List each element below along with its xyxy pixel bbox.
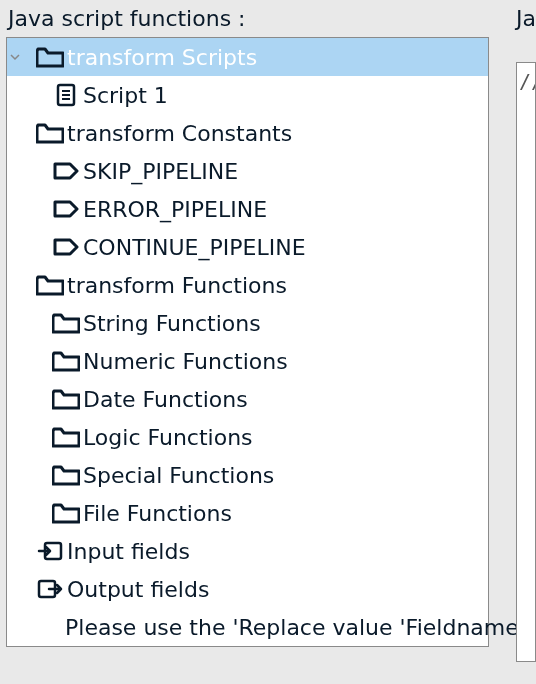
- folder-icon: [51, 350, 81, 372]
- tree-item-string-functions[interactable]: String Functions: [7, 304, 488, 342]
- folder-icon: [35, 46, 65, 68]
- tree-item-numeric-functions[interactable]: Numeric Functions: [7, 342, 488, 380]
- input-icon: [35, 539, 65, 563]
- tree-item-script-1[interactable]: Script 1: [7, 76, 488, 114]
- tree-item-label: Script 1: [81, 83, 168, 108]
- chevron-down-icon[interactable]: [9, 52, 21, 62]
- editor-line: //: [519, 67, 535, 96]
- tree-item-special-functions[interactable]: Special Functions: [7, 456, 488, 494]
- tree-item-label: Special Functions: [81, 463, 274, 488]
- tree-item-label: SKIP_PIPELINE: [81, 159, 238, 184]
- panel-title: Java script functions :: [8, 6, 536, 31]
- folder-icon: [51, 464, 81, 486]
- tree-item-label: File Functions: [81, 501, 232, 526]
- tree-item-transform-functions[interactable]: transform Functions: [7, 266, 488, 304]
- tree-item-label: transform Scripts: [65, 45, 257, 70]
- tree-item-label: CONTINUE_PIPELINE: [81, 235, 306, 260]
- tree-item-error-pipeline[interactable]: ERROR_PIPELINE: [7, 190, 488, 228]
- folder-icon: [51, 388, 81, 410]
- second-panel-title: Ja: [516, 6, 536, 31]
- tree-item-transform-scripts[interactable]: transform Scripts: [7, 38, 488, 76]
- tree-item-label: Date Functions: [81, 387, 248, 412]
- tree-item-label: Logic Functions: [81, 425, 253, 450]
- tree-item-label: String Functions: [81, 311, 261, 336]
- tree-item-transform-constants[interactable]: transform Constants: [7, 114, 488, 152]
- tree-item-input-fields[interactable]: Input fields: [7, 532, 488, 570]
- folder-icon: [51, 502, 81, 524]
- tree-item-file-functions[interactable]: File Functions: [7, 494, 488, 532]
- functions-tree: transform Scripts Script 1: [6, 37, 489, 647]
- tag-icon: [51, 237, 81, 257]
- tree-item-date-functions[interactable]: Date Functions: [7, 380, 488, 418]
- folder-icon: [51, 312, 81, 334]
- tree-item-label: Numeric Functions: [81, 349, 288, 374]
- folder-icon: [35, 274, 65, 296]
- tree-item-logic-functions[interactable]: Logic Functions: [7, 418, 488, 456]
- script-icon: [51, 83, 81, 107]
- tag-icon: [51, 161, 81, 181]
- folder-icon: [35, 122, 65, 144]
- output-icon: [35, 577, 65, 601]
- tree-item-skip-pipeline[interactable]: SKIP_PIPELINE: [7, 152, 488, 190]
- tree-item-output-fields[interactable]: Output fields: [7, 570, 488, 608]
- tree-item-label: ERROR_PIPELINE: [81, 197, 267, 222]
- tree-item-continue-pipeline[interactable]: CONTINUE_PIPELINE: [7, 228, 488, 266]
- tree-item-label: transform Constants: [65, 121, 292, 146]
- folder-icon: [51, 426, 81, 448]
- script-editor[interactable]: //: [516, 62, 536, 662]
- tree-item-label: transform Functions: [65, 273, 287, 298]
- tag-icon: [51, 199, 81, 219]
- tree-item-label: Input fields: [65, 539, 190, 564]
- output-fields-hint: Please use the 'Replace value 'Fieldname: [7, 608, 488, 646]
- tree-item-label: Output fields: [65, 577, 209, 602]
